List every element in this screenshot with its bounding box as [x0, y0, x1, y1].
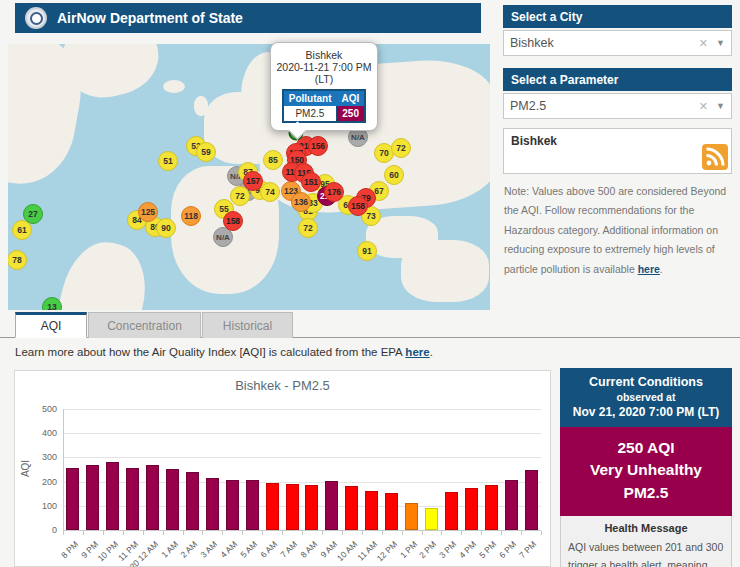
aqi-map-marker[interactable]: 157: [243, 171, 263, 191]
x-tick: [481, 531, 482, 535]
aqi-map-marker[interactable]: 59: [196, 142, 216, 162]
feed-city-label: Bishkek: [504, 129, 731, 148]
aqi-map-marker[interactable]: 85: [263, 150, 283, 170]
aqi-map-marker[interactable]: 156: [308, 136, 328, 156]
chart-bar: [266, 483, 279, 530]
chevron-down-icon[interactable]: ▼: [716, 101, 725, 111]
aqi-map-marker[interactable]: 72: [391, 138, 411, 158]
popup-pollutant-value: PM2.5: [283, 106, 337, 122]
select-city-header: Select a City: [503, 5, 732, 28]
map-land: [163, 80, 185, 93]
clear-parameter-icon[interactable]: ✕: [699, 100, 708, 113]
y-tick-label: 200: [27, 477, 57, 487]
chart-bar: [146, 465, 159, 530]
city-feed-box: Bishkek: [503, 128, 732, 174]
y-axis-line: [63, 409, 64, 530]
note-here-link[interactable]: here: [638, 263, 660, 275]
aqi-map-marker[interactable]: 51: [158, 151, 178, 171]
x-tick: [262, 531, 263, 535]
aqi-map-marker[interactable]: 136: [291, 192, 311, 212]
x-tick: [63, 531, 64, 535]
world-map[interactable]: N/AN/AN/AN/A2713515259857072606795879774…: [8, 44, 490, 310]
x-tick: [83, 531, 84, 535]
airnow-page: AirNow Department of State N/AN/AN/AN/A2…: [0, 0, 740, 567]
x-tick: [183, 531, 184, 535]
conditions-title: Current Conditions: [564, 375, 728, 389]
aqi-map-marker[interactable]: 13: [42, 297, 62, 310]
x-tick: [402, 531, 403, 535]
aqi-map-marker[interactable]: 78: [8, 250, 27, 270]
y-tick-label: 500: [27, 404, 57, 414]
aqi-map-marker[interactable]: 158: [223, 211, 243, 231]
current-conditions-panel: Current Conditions observed at Nov 21, 2…: [560, 368, 732, 567]
tab-concentration[interactable]: Concentration: [88, 312, 201, 338]
aqi-map-marker[interactable]: 61: [12, 220, 32, 240]
learn-more-here-link[interactable]: here: [405, 346, 429, 358]
tab-historical[interactable]: Historical: [202, 312, 293, 338]
chart-bar: [405, 503, 418, 530]
x-tick: [461, 531, 462, 535]
aqi-map-marker[interactable]: 74: [260, 182, 280, 202]
x-tick: [282, 531, 283, 535]
health-message-section: Health Message AQI values between 201 an…: [560, 516, 732, 567]
conditions-aqi-value: 250 AQI: [564, 437, 728, 459]
learn-more-suffix: .: [430, 346, 433, 358]
x-tick: [163, 531, 164, 535]
chart-bar: [385, 493, 398, 530]
chart-bar: [485, 485, 498, 530]
chart-bar: [226, 480, 239, 530]
chart-bar: [425, 508, 438, 530]
aqi-map-marker[interactable]: 125: [138, 202, 158, 222]
chevron-down-icon[interactable]: ▼: [716, 38, 725, 48]
aqi-map-marker[interactable]: 158: [348, 196, 368, 216]
chart-bar: [86, 465, 99, 530]
x-tick: [521, 531, 522, 535]
tab-aqi[interactable]: AQI: [15, 312, 87, 338]
aqi-map-marker[interactable]: 176: [324, 182, 344, 202]
popup-aqi-table: Pollutant AQI PM2.5 250: [282, 89, 367, 123]
select-parameter-header: Select a Parameter: [503, 68, 732, 91]
chart-bar: [166, 469, 179, 530]
dept-of-state-seal-icon: [25, 7, 47, 29]
parameter-select[interactable]: PM2.5 ✕ ▼: [503, 93, 732, 119]
x-tick: [222, 531, 223, 535]
popup-datetime: 2020-11-21 7:00 PM (LT): [275, 61, 373, 85]
tab-bar: AQIConcentrationHistorical: [0, 312, 740, 338]
popup-col-pollutant: Pollutant: [283, 90, 337, 106]
x-tick: [302, 531, 303, 535]
city-select-value: Bishkek: [510, 36, 699, 50]
aqi-map-marker[interactable]: 90: [156, 218, 176, 238]
gridline: [63, 433, 541, 434]
conditions-aqi-badge: 250 AQI Very Unhealthy PM2.5: [560, 427, 732, 516]
x-tick: [362, 531, 363, 535]
chart-bar: [126, 468, 139, 530]
aqi-note: Note: Values above 500 are considered Be…: [504, 182, 734, 279]
map-land: [401, 240, 489, 302]
conditions-subtitle: observed at: [564, 391, 728, 403]
app-header: AirNow Department of State: [15, 3, 481, 33]
map-land: [46, 234, 156, 310]
gridline: [63, 457, 541, 458]
chart-bar: [106, 462, 119, 530]
chart-bar: [305, 485, 318, 530]
aqi-map-marker[interactable]: 72: [298, 218, 318, 238]
y-tick-label: 400: [27, 428, 57, 438]
aqi-bar-chart: Bishkek - PM2.5 AQI 01002003004005008 PM…: [14, 370, 551, 567]
chart-bar: [505, 480, 518, 530]
y-tick-label: 300: [27, 452, 57, 462]
chart-bar: [325, 481, 338, 530]
chart-title: Bishkek - PM2.5: [15, 378, 550, 393]
chart-bar: [246, 480, 259, 530]
aqi-map-marker[interactable]: 60: [384, 165, 404, 185]
learn-more-prefix: Learn more about how the Air Quality Ind…: [15, 346, 405, 358]
clear-city-icon[interactable]: ✕: [699, 37, 708, 50]
chart-bar: [525, 470, 538, 531]
learn-more-text: Learn more about how the Air Quality Ind…: [15, 346, 433, 358]
y-tick-label: 100: [27, 501, 57, 511]
aqi-map-marker[interactable]: 91: [357, 241, 377, 261]
aqi-map-marker[interactable]: 118: [181, 206, 201, 226]
rss-icon[interactable]: [702, 144, 728, 170]
popup-col-aqi: AQI: [337, 90, 366, 106]
conditions-header: Current Conditions observed at Nov 21, 2…: [560, 368, 732, 427]
city-select[interactable]: Bishkek ✕ ▼: [503, 30, 732, 56]
